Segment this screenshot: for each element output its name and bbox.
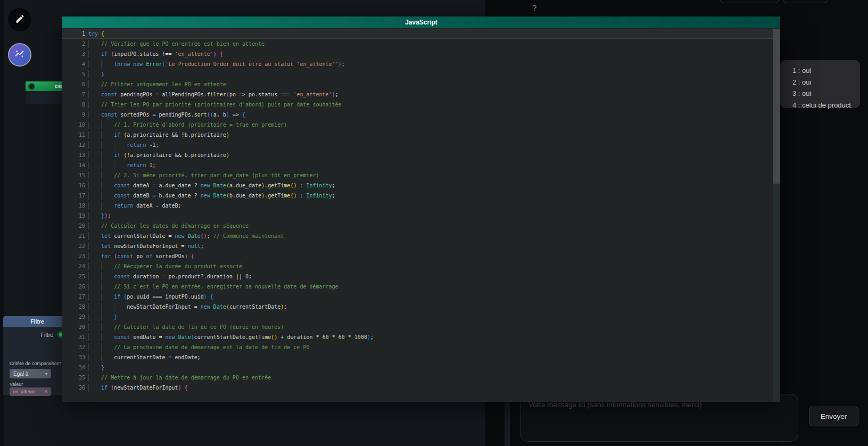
- code-line: 5 }: [62, 69, 780, 79]
- filter-toggle-label: Filtre: [41, 332, 53, 338]
- line-number: 30: [62, 322, 88, 332]
- help-icon[interactable]: ?: [532, 3, 536, 12]
- line-number: 24: [62, 261, 88, 271]
- code-line: 12 return -1;: [62, 140, 780, 150]
- code-line: 4 throw new Error('Le Production Order d…: [62, 59, 780, 69]
- comparison-select-value: Egal à: [13, 371, 28, 377]
- line-number: 9: [62, 110, 88, 120]
- code-line: 33 currentStartDate = endDate;: [62, 352, 780, 362]
- line-number: 27: [62, 292, 88, 302]
- edit-mode-button[interactable]: [8, 8, 31, 31]
- code-line: 14 return 1;: [62, 160, 780, 170]
- filter-value-input[interactable]: [13, 389, 40, 394]
- line-number: 36: [62, 383, 88, 393]
- filter-value-field: A: [10, 387, 51, 396]
- code-line: 31 const endDate = new Date(currentStart…: [62, 332, 780, 342]
- line-number: 15: [62, 170, 88, 180]
- chat-message-line: 4 : celui de product: [792, 100, 860, 111]
- line-number: 19: [62, 211, 88, 221]
- code-line: 23 for (const po of sortedPOs) {: [62, 251, 780, 261]
- line-number: 21: [62, 231, 88, 241]
- line-number: 14: [62, 160, 88, 170]
- code-line: 21 let currentStartDate = new Date(); //…: [62, 231, 780, 241]
- line-number: 35: [62, 373, 88, 383]
- line-number: 10: [62, 120, 88, 130]
- line-number: 23: [62, 251, 88, 261]
- code-line: 6 // Filtrer uniquement les PO en attent…: [62, 79, 780, 89]
- line-number: 8: [62, 100, 88, 110]
- code-line: 1try {: [62, 29, 780, 39]
- container-edge: [505, 401, 510, 446]
- pencil-icon: [15, 14, 25, 26]
- code-line: 34 }: [62, 362, 780, 373]
- line-number: 7: [62, 89, 88, 100]
- filter-panel-title: Filtre: [30, 318, 44, 325]
- code-line: 20 // Calculer les dates de démarrage en…: [62, 221, 780, 231]
- send-button[interactable]: Envoyer: [809, 407, 858, 426]
- code-line: 36 if (newStartDateForInput) {: [62, 383, 780, 393]
- sparkle-chart-icon: [14, 48, 26, 62]
- code-line: 10 // 1. Priorité d'abord (prioritaire =…: [62, 120, 780, 130]
- filter-panel: Filtre Filtre Critère de comparaison* Eg…: [3, 316, 71, 395]
- line-number: 34: [62, 362, 88, 373]
- line-number: 31: [62, 332, 88, 342]
- code-line: 29 }: [62, 312, 780, 322]
- line-number: 17: [62, 191, 88, 201]
- code-line: 28 newStartDateForInput = new Date(curre…: [62, 302, 780, 312]
- code-line: 19 });: [62, 211, 780, 221]
- line-number: 6: [62, 79, 88, 89]
- code-line: 24 // Récupérer la durée du produit asso…: [62, 261, 780, 271]
- line-number: 25: [62, 271, 88, 282]
- value-label: Valeur: [10, 382, 23, 387]
- filter-panel-body: Filtre Critère de comparaison* Egal à ▾ …: [3, 327, 71, 395]
- code-editor[interactable]: 1try {2 // Vérifier que le PO en entrée …: [62, 28, 780, 402]
- code-line: 9 const sortedPOs = pendingPOs.sort((a, …: [62, 110, 780, 120]
- code-line: 17 const dateB = b.due_date ? new Date(b…: [62, 191, 780, 201]
- code-line: 7 const pendingPOs = allPendingPOs.filte…: [62, 89, 780, 100]
- code-editor-header: JavaScript: [62, 16, 780, 28]
- chat-message-line: 3 : oui: [792, 88, 860, 100]
- code-line: 15 // 2. Si même priorité, trier par due…: [62, 170, 780, 180]
- chevron-down-icon: ▾: [45, 371, 47, 376]
- code-editor-modal: JavaScript 1try {2 // Vérifier que le PO…: [62, 16, 780, 402]
- code-line: 30 // Calculer la date de fin de ce PO (…: [62, 322, 780, 332]
- line-number: 12: [62, 140, 88, 150]
- code-line: 11 if (a.prioritaire && !b.prioritaire): [62, 130, 780, 140]
- code-language-title: JavaScript: [405, 19, 437, 26]
- code-line: 2 // Vérifier que le PO en entrée est bi…: [62, 39, 780, 49]
- line-number: 11: [62, 130, 88, 140]
- line-number: 29: [62, 312, 88, 322]
- line-number: 22: [62, 241, 88, 251]
- top-button-2[interactable]: [783, 0, 828, 3]
- code-line: 25 const duration = po.product?.duration…: [62, 271, 780, 282]
- ai-assistant-button[interactable]: [8, 43, 31, 67]
- chat-message-line: 2 : oui: [792, 77, 860, 88]
- chat-message-bubble: 1 : oui 2 : oui 3 : oui 4 : celui de pro…: [780, 60, 860, 108]
- line-number: 1: [62, 29, 88, 39]
- node-status-icon: [28, 83, 35, 90]
- chat-message-line: 1 : oui: [792, 65, 860, 77]
- line-number: 3: [62, 49, 88, 59]
- code-line: 26 // Si c'est le PO en entrée, enregist…: [62, 282, 780, 292]
- code-line: 22 let newStartDateForInput = null;: [62, 241, 780, 251]
- code-line: 27 if (po.uuid === inputPO.uuid) {: [62, 292, 780, 302]
- line-number: 18: [62, 201, 88, 211]
- code-line: 3 if (inputPO.status !== 'en_attente') {: [62, 49, 780, 59]
- line-number: 28: [62, 302, 88, 312]
- comparison-select[interactable]: Egal à ▾: [10, 369, 51, 378]
- criteria-label: Critère de comparaison*: [10, 361, 61, 366]
- line-number: 20: [62, 221, 88, 231]
- line-number: 26: [62, 282, 88, 292]
- line-number: 32: [62, 342, 88, 352]
- line-number: 16: [62, 180, 88, 191]
- filter-panel-header[interactable]: Filtre: [3, 316, 71, 327]
- code-line: 18 return dateA - dateB;: [62, 201, 780, 211]
- code-line: 16 const dateA = a.due_date ? new Date(a…: [62, 180, 780, 191]
- editor-scrollbar-thumb[interactable]: [773, 29, 780, 184]
- editor-scrollbar-track[interactable]: [773, 28, 780, 402]
- code-line: 13 if (!a.prioritaire && b.prioritaire): [62, 150, 780, 160]
- code-lines: 1try {2 // Vérifier que le PO en entrée …: [62, 29, 780, 393]
- line-number: 13: [62, 150, 88, 160]
- top-button-1[interactable]: [720, 0, 779, 3]
- line-number: 5: [62, 69, 88, 79]
